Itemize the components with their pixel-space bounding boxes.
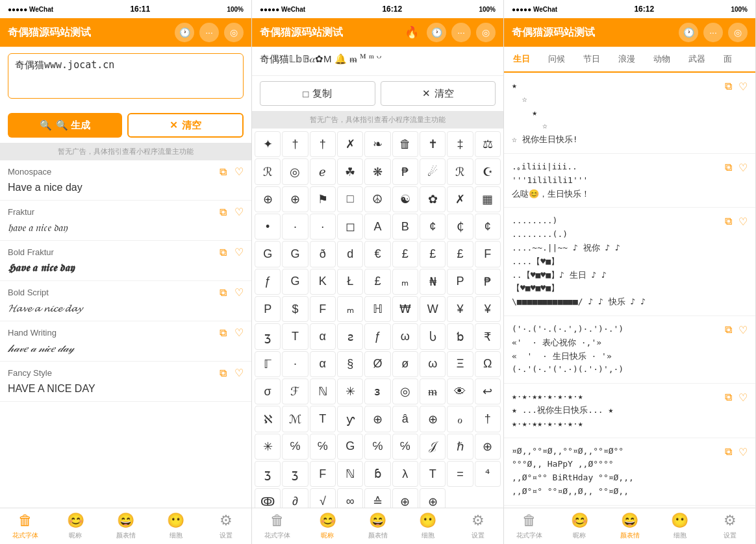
symbol-cell[interactable]: Ξ	[447, 351, 473, 377]
copy-kaomoji-1[interactable]: ⧉	[725, 162, 732, 173]
symbol-cell[interactable]: ✝	[420, 131, 446, 157]
symbol-cell[interactable]: ʒ	[282, 461, 308, 487]
symbol-cell[interactable]: ↂ	[255, 488, 281, 508]
symbol-cell[interactable]: ·	[282, 214, 308, 240]
symbol-cell[interactable]: F	[310, 461, 336, 487]
symbol-cell[interactable]: ℱ	[282, 378, 308, 404]
symbol-cell[interactable]: =	[447, 461, 473, 487]
symbol-cell[interactable]: ℛ	[255, 158, 281, 184]
symbol-cell[interactable]: ✗	[337, 131, 363, 157]
tab-greeting[interactable]: 问候	[539, 47, 574, 73]
nav-settings-1[interactable]: ⚙ 设置	[201, 510, 251, 543]
copy-icon-1[interactable]: ⧉	[220, 206, 227, 218]
symbol-cell[interactable]: A	[364, 214, 390, 240]
nav-settings-3[interactable]: ⚙ 设置	[705, 510, 755, 543]
symbol-cell[interactable]: ⚖	[475, 131, 501, 157]
symbol-cell[interactable]: ⊕	[475, 434, 501, 460]
nav-font-style-1[interactable]: 🗑 花式字体	[0, 510, 50, 543]
symbol-cell[interactable]: ₘ	[392, 269, 418, 295]
symbol-cell[interactable]: ʒ	[255, 323, 281, 349]
symbol-cell[interactable]: K	[310, 269, 336, 295]
symbol-cell[interactable]: ∞	[337, 488, 363, 508]
symbol-cell[interactable]: Ø	[364, 351, 390, 377]
clear-button-2[interactable]: ✕ 清空	[381, 81, 496, 106]
symbol-cell[interactable]: ℅	[310, 434, 336, 460]
symbol-cell[interactable]: ƨ	[337, 323, 363, 349]
symbol-cell[interactable]: ₱	[392, 158, 418, 184]
nav-cell-2[interactable]: 😶 细胞	[403, 510, 453, 543]
symbol-cell[interactable]: †	[282, 131, 308, 157]
symbol-cell[interactable]: W	[420, 296, 446, 322]
symbol-cell[interactable]: £	[447, 241, 473, 267]
symbol-cell[interactable]: ℯ	[310, 158, 336, 184]
symbol-cell[interactable]: ⁴	[475, 461, 501, 487]
symbol-cell[interactable]: Ⴑ	[420, 323, 446, 349]
symbol-cell[interactable]: □	[337, 186, 363, 212]
symbol-cell[interactable]: ☄	[420, 158, 446, 184]
nav-nickname-1[interactable]: 😊 昵称	[50, 510, 100, 543]
more-icon-btn-2[interactable]: ···	[451, 23, 471, 42]
tab-animal[interactable]: 动物	[644, 47, 679, 73]
symbol-cell[interactable]: ℾ	[255, 351, 281, 377]
symbol-cell[interactable]: ƅ	[447, 323, 473, 349]
symbol-cell[interactable]: F	[310, 296, 336, 322]
like-icon-0[interactable]: ♡	[234, 166, 244, 178]
symbol-cell[interactable]: λ	[392, 461, 418, 487]
symbol-cell[interactable]: ⚑	[310, 186, 336, 212]
copy-icon-2[interactable]: ⧉	[220, 247, 227, 258]
symbol-cell[interactable]: ₹	[475, 323, 501, 349]
symbol-cell[interactable]: ʒ	[255, 461, 281, 487]
symbol-cell[interactable]: ⊕	[392, 488, 418, 508]
symbol-cell[interactable]: G	[255, 241, 281, 267]
like-kaomoji-3[interactable]: ♡	[738, 324, 748, 336]
symbol-cell[interactable]: ⊕	[364, 406, 390, 432]
symbol-cell[interactable]: †	[310, 131, 336, 157]
symbol-cell[interactable]: α	[310, 351, 336, 377]
symbol-cell[interactable]: ❧	[364, 131, 390, 157]
symbol-cell[interactable]: ¢	[475, 214, 501, 240]
symbol-cell[interactable]: ℵ	[255, 406, 281, 432]
symbol-cell[interactable]: 🗑	[392, 131, 418, 157]
symbol-cell[interactable]: §	[337, 351, 363, 377]
symbol-cell[interactable]: ◻	[337, 214, 363, 240]
symbol-cell[interactable]: B	[392, 214, 418, 240]
like-kaomoji-4[interactable]: ♡	[738, 391, 748, 404]
clock-icon-btn-3[interactable]: 🕐	[679, 23, 698, 42]
tab-weapon[interactable]: 武器	[679, 47, 714, 73]
symbol-cell[interactable]: ƒ	[364, 323, 390, 349]
target-icon-btn-3[interactable]: ◎	[728, 23, 748, 42]
symbol-cell[interactable]: T	[282, 323, 308, 349]
nav-font-style-2[interactable]: 🗑 花式字体	[252, 510, 302, 543]
copy-kaomoji-2[interactable]: ⧉	[725, 216, 732, 227]
symbol-cell[interactable]: ω	[420, 351, 446, 377]
clear-button-1[interactable]: ✕ 清空	[127, 113, 244, 138]
symbol-cell[interactable]: 𝒥	[420, 434, 446, 460]
copy-kaomoji-5[interactable]: ⧉	[725, 446, 732, 458]
symbol-cell[interactable]: ✳	[255, 434, 281, 460]
tab-holiday[interactable]: 节日	[574, 47, 609, 73]
symbol-cell[interactable]: ℴ	[447, 406, 473, 432]
symbol-cell[interactable]: ≙	[364, 488, 390, 508]
symbol-cell[interactable]: ‡	[447, 131, 473, 157]
symbol-cell[interactable]: â	[392, 406, 418, 432]
symbol-cell[interactable]: ᵯ	[420, 378, 446, 404]
symbol-cell[interactable]: ₵	[447, 214, 473, 240]
symbol-cell[interactable]: ƴ	[337, 406, 363, 432]
symbol-cell[interactable]: £	[420, 241, 446, 267]
symbol-cell[interactable]: ·	[310, 214, 336, 240]
symbol-cell[interactable]: ɓ	[364, 461, 390, 487]
symbol-cell[interactable]: ☘	[337, 158, 363, 184]
symbol-cell[interactable]: F	[475, 241, 501, 267]
like-kaomoji-0[interactable]: ♡	[738, 80, 748, 93]
fire-icon-btn[interactable]: 🔥	[402, 23, 422, 42]
symbol-cell[interactable]: ⊕	[282, 186, 308, 212]
symbol-cell[interactable]: ∂	[282, 488, 308, 508]
symbol-cell[interactable]: Ł	[337, 269, 363, 295]
symbol-cell[interactable]: ↩	[475, 378, 501, 404]
symbol-cell[interactable]: ✦	[255, 131, 281, 157]
symbol-cell[interactable]: ₦	[420, 269, 446, 295]
generate-button[interactable]: 🔍 🔍 生成	[8, 113, 122, 138]
symbol-cell[interactable]: 👁	[447, 378, 473, 404]
symbol-cell[interactable]: ℕ	[337, 461, 363, 487]
tab-face[interactable]: 面	[714, 47, 741, 73]
